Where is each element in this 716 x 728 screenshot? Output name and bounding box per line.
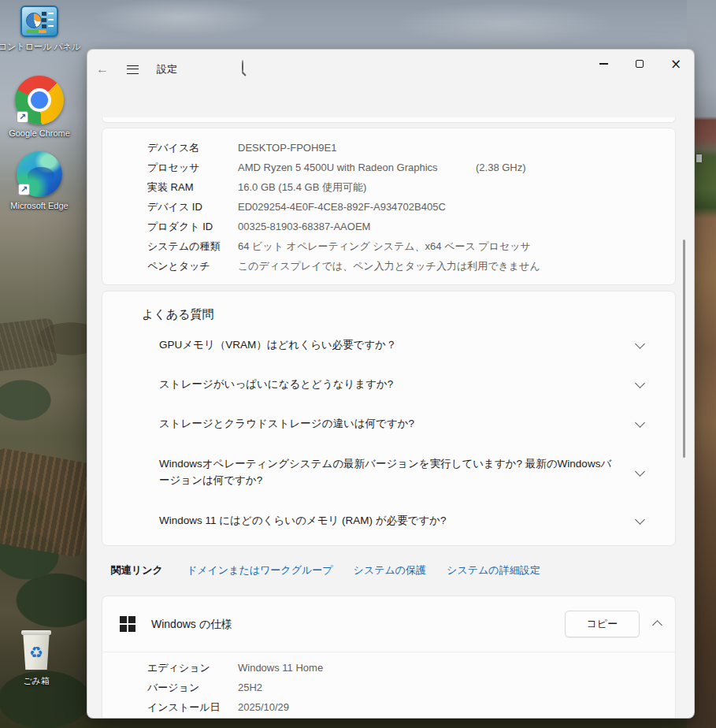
wallpaper-house-window [696, 154, 702, 162]
row-label: ペンとタッチ [147, 259, 210, 273]
device-info-row: デバイス ID ED029254-4E0F-4CE8-892F-A934702B… [102, 197, 675, 217]
titlebar[interactable]: ← 設定 × [87, 50, 694, 89]
shortcut-arrow-icon: ↗ [17, 111, 28, 123]
row-value: 16.0 GB (15.4 GB 使用可能) [238, 180, 366, 195]
recycle-bin-lid [21, 630, 51, 635]
back-arrow-icon: ← [96, 62, 109, 76]
back-button[interactable]: ← [87, 56, 117, 83]
maximize-icon [636, 60, 644, 68]
windows-spec-card: Windows の仕様 コピー エディション Windows 11 Home バ… [102, 596, 676, 719]
search-icon [242, 60, 243, 73]
copy-button[interactable]: コピー [565, 611, 640, 637]
windows-logo-icon [120, 616, 135, 632]
faq-question[interactable]: Windows 11 にはどのくらいのメモリ (RAM) が必要ですか? [159, 512, 612, 529]
chevron-down-icon[interactable] [635, 378, 645, 388]
device-info-row: 実装 RAM 16.0 GB (15.4 GB 使用可能) [102, 177, 675, 197]
spec-row: インストール日 2025/10/29 [102, 697, 675, 717]
device-info-row: プロダクト ID 00325-81903-68387-AAOEM [102, 217, 675, 236]
faq-question[interactable]: ストレージとクラウドストレージの違いは何ですか? [159, 415, 612, 432]
close-button[interactable]: × [658, 50, 694, 78]
chevron-down-icon[interactable] [635, 418, 645, 428]
wallpaper-vineyard-patch [0, 318, 58, 372]
row-value: DESKTOP-FPOH9E1 [238, 142, 336, 154]
hamburger-icon [127, 65, 139, 74]
related-links-title: 関連リンク [111, 563, 163, 578]
row-label: インストール日 [147, 700, 221, 715]
faq-question[interactable]: GPUメモリ（VRAM）はどれくらい必要ですか？ [159, 336, 612, 353]
app-title: 設定 [157, 62, 177, 76]
settings-window: ← 設定 × システム › バージョン情報 [87, 49, 695, 719]
device-info-row: デバイス名 DESKTOP-FPOH9E1 [102, 138, 675, 158]
row-value: AMD Ryzen 5 4500U with Radeon Graphics [238, 162, 438, 173]
chrome-icon: ↗ [15, 76, 64, 124]
link-advanced-system-settings[interactable]: システムの詳細設定 [447, 563, 540, 578]
row-value: 64 ビット オペレーティング システム、x64 ベース プロセッサ [238, 240, 531, 254]
desktop-icon-label: Microsoft Edge [10, 201, 68, 210]
row-value: ED029254-4E0F-4CE8-892F-A934702B405C [238, 201, 446, 213]
row-label: バージョン [147, 681, 199, 695]
link-domain-or-workgroup[interactable]: ドメインまたはワークグループ [187, 563, 333, 578]
desktop-icon-google-chrome[interactable]: ↗ Google Chrome [0, 76, 79, 138]
recycle-bin-body: ♻ [22, 635, 50, 670]
desktop-icon-label: コントロール パネル [0, 41, 80, 53]
row-value: このディスプレイでは、ペン入力とタッチ入力は利用できません [238, 259, 540, 273]
minimize-button[interactable] [585, 50, 621, 78]
wallpaper-vineyard-patch [0, 448, 97, 558]
close-icon: × [670, 58, 681, 71]
row-label: プロセッサ [147, 161, 200, 175]
device-info-row: ペンとタッチ このディスプレイでは、ペン入力とタッチ入力は利用できません [102, 256, 675, 276]
desktop-icon-label: ごみ箱 [23, 675, 50, 687]
pie-chart-glyph [26, 13, 42, 28]
row-value: 25H2 [238, 682, 262, 693]
faq-question[interactable]: ストレージがいっぱいになるとどうなりますか? [159, 376, 612, 392]
faq-question[interactable]: Windowsオペレーティングシステムの最新バージョンを実行していますか? 最新… [159, 455, 612, 488]
scrolled-card-edge [102, 117, 676, 123]
faq-section-title: よくある質問 [142, 307, 213, 322]
row-value: Windows 11 Home [238, 662, 323, 674]
nav-menu-button[interactable] [117, 56, 147, 83]
row-value: 00325-81903-68387-AAOEM [238, 221, 370, 232]
chevron-down-icon[interactable] [635, 466, 645, 477]
row-label: エディション [147, 661, 210, 675]
scrollbar[interactable] [683, 240, 685, 458]
link-system-protection[interactable]: システムの保護 [354, 563, 427, 578]
row-label: デバイス ID [147, 200, 202, 214]
recycle-bin-icon: ♻ [19, 630, 54, 671]
desktop-icon-recycle-bin[interactable]: ♻ ごみ箱 [0, 630, 76, 687]
device-info-row: プロセッサ AMD Ryzen 5 4500U with Radeon Grap… [102, 158, 675, 177]
divider [102, 652, 675, 652]
row-label: プロダクト ID [147, 220, 213, 234]
related-links-row: 関連リンク ドメインまたはワークグループ システムの保護 システムの詳細設定 [102, 551, 676, 590]
row-label: システムの種類 [147, 240, 221, 254]
device-info-card: デバイス名 DESKTOP-FPOH9E1 プロセッサ AMD Ryzen 5 … [102, 128, 676, 285]
maximize-button[interactable] [621, 50, 658, 78]
windows-spec-header[interactable]: Windows の仕様 コピー [102, 596, 675, 652]
minimize-icon [599, 63, 608, 64]
chevron-up-icon[interactable] [652, 620, 662, 630]
windows-spec-title: Windows の仕様 [151, 618, 232, 632]
desktop-icon-microsoft-edge[interactable]: ↗ Microsoft Edge [0, 151, 79, 210]
spec-row: エディション Windows 11 Home [102, 658, 675, 678]
search-button[interactable] [242, 61, 243, 72]
row-label: 実装 RAM [147, 180, 194, 195]
device-info-row: システムの種類 64 ビット オペレーティング システム、x64 ベース プロセ… [102, 236, 675, 256]
row-label: デバイス名 [147, 141, 199, 155]
bar-glyph [26, 30, 46, 33]
row-extra-value: (2.38 GHz) [476, 162, 526, 173]
faq-card: よくある質問 GPUメモリ（VRAM）はどれくらい必要ですか？ ストレージがいっ… [102, 291, 676, 546]
chevron-down-icon[interactable] [635, 339, 645, 349]
spec-row: バージョン 25H2 [102, 678, 675, 697]
desktop-icon-label: Google Chrome [9, 128, 70, 138]
row-value: 2025/10/29 [238, 701, 289, 713]
edge-icon: ↗ [17, 151, 62, 197]
chevron-down-icon[interactable] [635, 514, 645, 525]
desktop-icon-control-panel[interactable]: コントロール パネル [0, 6, 79, 53]
list-glyph [42, 12, 54, 29]
control-panel-icon [20, 6, 58, 37]
shortcut-arrow-icon: ↗ [18, 184, 30, 195]
